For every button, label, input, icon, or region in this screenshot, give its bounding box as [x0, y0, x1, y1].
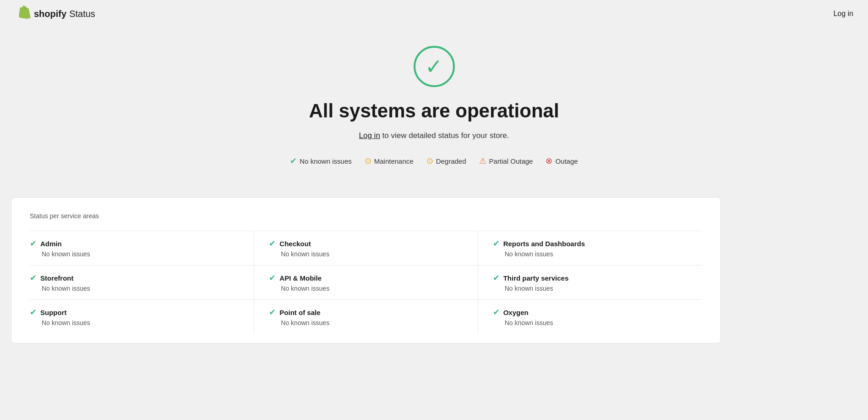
- service-check-icon-oxygen: ✔: [493, 307, 500, 317]
- hero-subtitle: Log in to view detailed status for your …: [359, 131, 509, 140]
- service-name-pos: Point of sale: [279, 309, 320, 316]
- service-name-reports: Reports and Dashboards: [503, 240, 585, 248]
- outage-icon: ⊗: [546, 157, 552, 165]
- service-header-api-mobile: ✔ API & Mobile: [269, 273, 463, 283]
- service-status-admin: No known issues: [30, 250, 239, 258]
- service-header-pos: ✔ Point of sale: [269, 307, 463, 317]
- no-issues-icon: ✔: [290, 157, 297, 165]
- service-check-icon-checkout: ✔: [269, 238, 276, 249]
- partial-outage-icon: ⚠: [479, 157, 486, 165]
- service-name-third-party: Third party services: [503, 274, 569, 282]
- service-item-admin: ✔ Admin No known issues: [30, 231, 254, 265]
- service-status-pos: No known issues: [269, 319, 463, 326]
- service-header-third-party: ✔ Third party services: [493, 273, 702, 283]
- hero-title: All systems are operational: [309, 100, 559, 122]
- header: shopify Status Log in: [0, 0, 868, 28]
- service-name-api-mobile: API & Mobile: [279, 274, 322, 282]
- service-name-checkout: Checkout: [279, 240, 311, 248]
- service-item-checkout: ✔ Checkout No known issues: [254, 231, 478, 265]
- service-item-third-party: ✔ Third party services No known issues: [478, 265, 702, 299]
- service-check-icon-api-mobile: ✔: [269, 273, 276, 283]
- service-check-icon-support: ✔: [30, 307, 37, 317]
- service-status-api-mobile: No known issues: [269, 285, 463, 292]
- service-item-support: ✔ Support No known issues: [30, 299, 254, 334]
- service-name-storefront: Storefront: [40, 274, 74, 282]
- service-header-storefront: ✔ Storefront: [30, 273, 239, 283]
- service-header-checkout: ✔ Checkout: [269, 238, 463, 249]
- check-icon: ✓: [425, 56, 443, 77]
- login-button[interactable]: Log in: [833, 10, 853, 18]
- status-page-label: Status: [69, 9, 95, 19]
- service-status-reports: No known issues: [493, 250, 702, 258]
- service-check-icon-reports: ✔: [493, 238, 500, 249]
- legend-label-degraded: Degraded: [436, 157, 466, 165]
- status-card: Status per service areas ✔ Admin No know…: [11, 197, 721, 343]
- service-item-api-mobile: ✔ API & Mobile No known issues: [254, 265, 478, 299]
- legend-label-no-known-issues: No known issues: [300, 157, 351, 165]
- legend-label-maintenance: Maintenance: [374, 157, 414, 165]
- status-legend: ✔ No known issues ⊙ Maintenance ⊙ Degrad…: [290, 157, 578, 165]
- service-status-support: No known issues: [30, 319, 239, 326]
- legend-item-maintenance: ⊙ Maintenance: [365, 157, 414, 165]
- degraded-icon: ⊙: [426, 157, 433, 165]
- service-check-icon-third-party: ✔: [493, 273, 500, 283]
- service-check-icon-pos: ✔: [269, 307, 276, 317]
- service-check-icon-storefront: ✔: [30, 273, 37, 283]
- shopify-logo: shopify Status: [15, 6, 95, 22]
- service-header-reports: ✔ Reports and Dashboards: [493, 238, 702, 249]
- service-status-oxygen: No known issues: [493, 319, 702, 326]
- legend-label-outage: Outage: [555, 157, 578, 165]
- legend-item-partial-outage: ⚠ Partial Outage: [479, 157, 533, 165]
- section-title: Status per service areas: [30, 212, 702, 220]
- service-status-checkout: No known issues: [269, 250, 463, 258]
- header-left: shopify Status: [15, 6, 95, 22]
- service-item-pos: ✔ Point of sale No known issues: [254, 299, 478, 334]
- operational-status-circle: ✓: [414, 46, 455, 87]
- service-name-support: Support: [40, 309, 67, 316]
- shopify-wordmark: shopify: [34, 9, 66, 19]
- service-header-oxygen: ✔ Oxygen: [493, 307, 702, 317]
- service-header-support: ✔ Support: [30, 307, 239, 317]
- legend-label-partial-outage: Partial Outage: [489, 157, 533, 165]
- service-item-storefront: ✔ Storefront No known issues: [30, 265, 254, 299]
- service-check-icon-admin: ✔: [30, 238, 37, 249]
- service-name-oxygen: Oxygen: [503, 309, 529, 316]
- legend-item-degraded: ⊙ Degraded: [426, 157, 466, 165]
- service-status-third-party: No known issues: [493, 285, 702, 292]
- service-status-storefront: No known issues: [30, 285, 239, 292]
- shopify-bag-icon: [15, 6, 31, 22]
- legend-item-no-known-issues: ✔ No known issues: [290, 157, 351, 165]
- hero-section: ✓ All systems are operational Log in to …: [0, 28, 868, 197]
- hero-subtitle-text: to view detailed status for your store.: [380, 131, 509, 140]
- login-link[interactable]: Log in: [359, 131, 380, 140]
- services-grid: ✔ Admin No known issues ✔ Checkout No kn…: [30, 231, 702, 334]
- service-item-reports: ✔ Reports and Dashboards No known issues: [478, 231, 702, 265]
- service-item-oxygen: ✔ Oxygen No known issues: [478, 299, 702, 334]
- service-header-admin: ✔ Admin: [30, 238, 239, 249]
- maintenance-icon: ⊙: [365, 157, 371, 165]
- service-name-admin: Admin: [40, 240, 62, 248]
- legend-item-outage: ⊗ Outage: [546, 157, 578, 165]
